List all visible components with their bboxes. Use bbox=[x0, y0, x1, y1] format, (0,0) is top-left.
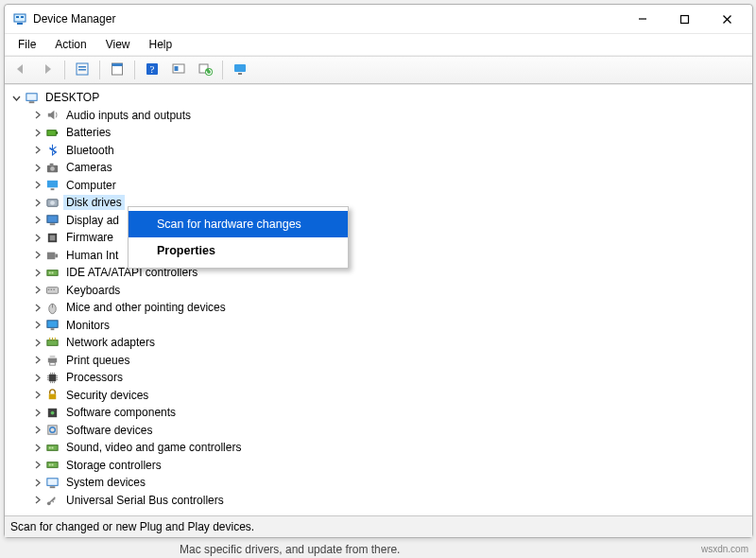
tree-item[interactable]: Software devices bbox=[10, 422, 752, 440]
chevron-right-icon[interactable] bbox=[31, 425, 43, 436]
ctx-scan-for-hardware[interactable]: Scan for hardware changes bbox=[129, 211, 348, 237]
computer-icon bbox=[24, 90, 39, 105]
minimize-button[interactable] bbox=[621, 6, 663, 32]
tree-item-label: Network adapters bbox=[63, 335, 158, 350]
chevron-right-icon[interactable] bbox=[31, 390, 43, 401]
svg-rect-9 bbox=[78, 66, 86, 68]
properties-button[interactable] bbox=[105, 59, 129, 81]
tree-root-label: DESKTOP bbox=[43, 90, 102, 105]
tree-item[interactable]: Audio inputs and outputs bbox=[10, 107, 752, 125]
svg-rect-10 bbox=[78, 69, 86, 71]
device-category-icon bbox=[44, 318, 60, 333]
device-category-icon bbox=[44, 458, 60, 473]
titlebar: Device Manager bbox=[5, 5, 752, 34]
chevron-right-icon[interactable] bbox=[31, 267, 43, 278]
chevron-right-icon[interactable] bbox=[31, 285, 43, 296]
tree-item[interactable]: Network adapters bbox=[10, 334, 752, 352]
tree-item[interactable]: Disk drives bbox=[10, 194, 752, 212]
ctx-properties[interactable]: Properties bbox=[129, 237, 348, 264]
svg-rect-61 bbox=[51, 446, 53, 448]
tree-item[interactable]: Sound, video and game controllers bbox=[10, 439, 752, 457]
chevron-right-icon[interactable] bbox=[31, 110, 43, 121]
chevron-right-icon[interactable] bbox=[31, 495, 43, 506]
svg-rect-53 bbox=[48, 375, 56, 382]
chevron-right-icon[interactable] bbox=[31, 355, 43, 366]
tree-item-label: Print queues bbox=[63, 353, 132, 368]
tree-item[interactable]: Keyboards bbox=[10, 282, 752, 300]
svg-rect-43 bbox=[50, 289, 51, 290]
chevron-right-icon[interactable] bbox=[31, 302, 43, 313]
tree-item[interactable]: Storage controllers bbox=[10, 457, 752, 475]
chevron-right-icon[interactable] bbox=[31, 372, 43, 383]
chevron-down-icon[interactable] bbox=[10, 92, 22, 103]
forward-button[interactable] bbox=[35, 59, 60, 81]
tree-item[interactable]: Human Int bbox=[10, 247, 752, 265]
close-button[interactable] bbox=[706, 6, 748, 32]
tree-item[interactable]: Computer bbox=[10, 177, 752, 195]
svg-rect-52 bbox=[49, 363, 55, 366]
svg-rect-35 bbox=[49, 235, 55, 240]
chevron-right-icon[interactable] bbox=[31, 460, 43, 471]
chevron-right-icon[interactable] bbox=[31, 127, 43, 138]
svg-rect-22 bbox=[28, 101, 34, 103]
device-category-icon bbox=[44, 335, 60, 350]
show-hidden-button[interactable] bbox=[70, 59, 94, 81]
chevron-right-icon[interactable] bbox=[31, 145, 43, 156]
menu-view[interactable]: View bbox=[98, 36, 138, 53]
chevron-right-icon[interactable] bbox=[31, 162, 43, 173]
tree-item[interactable]: Display ad bbox=[10, 212, 752, 230]
uninstall-button[interactable] bbox=[193, 59, 217, 81]
tree-item[interactable]: Firmware bbox=[10, 229, 752, 247]
svg-rect-42 bbox=[47, 289, 48, 290]
tree-item[interactable]: System devices bbox=[10, 474, 752, 492]
chevron-right-icon[interactable] bbox=[31, 215, 43, 226]
svg-rect-27 bbox=[49, 164, 53, 166]
tree-item[interactable]: Print queues bbox=[10, 352, 752, 370]
svg-rect-33 bbox=[49, 224, 55, 226]
tree-item[interactable]: Monitors bbox=[10, 317, 752, 335]
menu-file[interactable]: File bbox=[10, 36, 43, 53]
chevron-right-icon[interactable] bbox=[31, 197, 43, 208]
device-category-icon bbox=[44, 195, 60, 210]
app-icon bbox=[12, 11, 27, 26]
tree-item-label: Batteries bbox=[63, 125, 113, 140]
tree-root[interactable]: DESKTOP bbox=[10, 89, 752, 107]
device-category-icon bbox=[44, 160, 60, 175]
tree-item[interactable]: IDE ATA/ATAPI controllers bbox=[10, 264, 752, 282]
toolbar-separator bbox=[134, 61, 135, 79]
chevron-right-icon[interactable] bbox=[31, 407, 43, 418]
tree-item-label: Mice and other pointing devices bbox=[63, 300, 229, 315]
device-category-icon bbox=[44, 440, 60, 455]
scan-button[interactable] bbox=[166, 59, 191, 81]
tree-item[interactable]: Bluetooth bbox=[10, 142, 752, 160]
back-button[interactable] bbox=[9, 59, 33, 81]
tree-item[interactable]: Software components bbox=[10, 404, 752, 422]
chevron-right-icon[interactable] bbox=[31, 180, 43, 191]
chevron-right-icon[interactable] bbox=[31, 337, 43, 348]
devices-button[interactable] bbox=[228, 59, 252, 81]
help-button[interactable]: ? bbox=[140, 59, 164, 81]
maximize-button[interactable] bbox=[663, 6, 706, 32]
chevron-right-icon[interactable] bbox=[31, 442, 43, 453]
device-manager-window: Device Manager File Action View Help ? bbox=[4, 4, 753, 538]
svg-rect-29 bbox=[50, 189, 54, 191]
device-category-icon bbox=[44, 230, 60, 245]
tree-item[interactable]: Mice and other pointing devices bbox=[10, 299, 752, 317]
tree-item-label: Keyboards bbox=[63, 283, 123, 298]
chevron-right-icon[interactable] bbox=[31, 250, 43, 261]
device-tree[interactable]: DESKTOP Audio inputs and outputsBatterie… bbox=[5, 84, 752, 537]
tree-item[interactable]: Security devices bbox=[10, 387, 752, 405]
tree-item-label: Firmware bbox=[63, 230, 116, 245]
chevron-right-icon[interactable] bbox=[31, 477, 43, 488]
tree-item[interactable]: Universal Serial Bus controllers bbox=[10, 492, 752, 510]
svg-rect-37 bbox=[55, 254, 58, 258]
chevron-right-icon[interactable] bbox=[31, 232, 43, 243]
chevron-right-icon[interactable] bbox=[31, 320, 43, 331]
tree-item-label: Sound, video and game controllers bbox=[63, 440, 244, 455]
tree-item[interactable]: Cameras bbox=[10, 159, 752, 177]
tree-item[interactable]: Batteries bbox=[10, 124, 752, 142]
menu-help[interactable]: Help bbox=[142, 36, 180, 53]
menu-action[interactable]: Action bbox=[47, 36, 94, 53]
tree-item[interactable]: Processors bbox=[10, 369, 752, 387]
device-category-icon bbox=[44, 353, 60, 368]
